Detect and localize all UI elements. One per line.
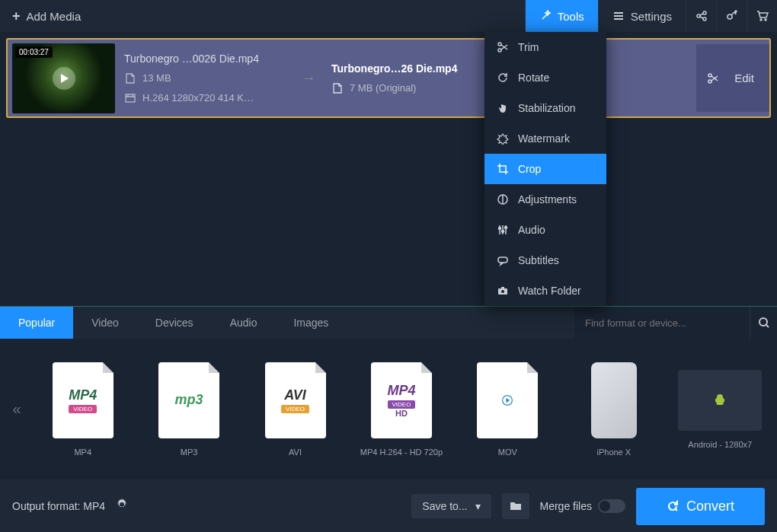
format-label: AVI: [245, 448, 346, 457]
hand-icon: [497, 102, 509, 114]
menu-item-watermark[interactable]: Watermark: [484, 123, 606, 154]
refresh-icon: [667, 500, 679, 512]
menu-item-rotate[interactable]: Rotate: [484, 62, 606, 93]
settings-label: Settings: [631, 10, 672, 23]
menu-label: Audio: [518, 224, 545, 236]
save-to-label: Save to...: [422, 500, 467, 512]
output-settings-button[interactable]: [116, 499, 128, 514]
convert-label: Convert: [686, 499, 734, 514]
cart-icon: [756, 10, 769, 22]
crop-icon: [497, 163, 509, 175]
format-label: Android - 1280x7: [670, 440, 771, 449]
menu-label: Trim: [518, 41, 539, 53]
tab-video[interactable]: Video: [73, 307, 137, 339]
share-button[interactable]: [686, 0, 716, 32]
merge-label: Merge files: [540, 500, 592, 512]
source-codec: H.264 1280x720 414 K…: [142, 92, 254, 104]
svg-point-2: [703, 18, 706, 21]
edit-button[interactable]: Edit: [734, 72, 754, 84]
play-icon[interactable]: [53, 67, 75, 90]
svg-point-12: [499, 228, 501, 230]
menu-item-adjustments[interactable]: Adjustments: [484, 184, 606, 215]
cart-button[interactable]: [747, 0, 777, 32]
chevron-down-icon: ▾: [475, 500, 481, 512]
tab-images[interactable]: Images: [275, 307, 347, 339]
menu-label: Watch Folder: [518, 285, 581, 297]
adjustments-icon: [497, 193, 509, 205]
settings-button[interactable]: Settings: [598, 0, 686, 32]
svg-point-10: [498, 49, 501, 52]
tools-dropdown-menu: Trim Rotate Stabilization Watermark Crop…: [484, 32, 606, 306]
folder-icon: [510, 500, 522, 512]
output-size: 7 MB (Original): [350, 82, 416, 94]
add-media-button[interactable]: + Add Media: [0, 0, 93, 32]
format-label: MP3: [138, 448, 239, 457]
rotate-icon: [497, 72, 509, 84]
menu-label: Watermark: [518, 132, 570, 145]
format-iphone-x[interactable]: iPhone X: [563, 362, 664, 457]
file-icon: [124, 72, 136, 84]
menu-item-stabilization[interactable]: Stabilization: [484, 93, 606, 123]
save-to-dropdown[interactable]: Save to... ▾: [411, 494, 491, 518]
share-icon: [695, 10, 708, 22]
format-mp4[interactable]: MP4VIDEO MP4: [32, 362, 133, 457]
tab-devices[interactable]: Devices: [137, 307, 212, 339]
menu-icon: [612, 10, 625, 22]
menu-item-subtitles[interactable]: Subtitles: [484, 245, 606, 276]
svg-point-3: [727, 14, 732, 19]
search-button[interactable]: [750, 307, 777, 339]
format-label: MOV: [457, 448, 558, 457]
svg-rect-15: [498, 257, 507, 263]
svg-point-0: [697, 14, 700, 18]
menu-item-crop[interactable]: Crop: [484, 154, 606, 184]
open-folder-button[interactable]: [502, 493, 529, 519]
subtitles-icon: [497, 254, 509, 266]
prev-formats-button[interactable]: «: [6, 379, 27, 440]
svg-point-13: [502, 231, 504, 233]
svg-point-7: [708, 74, 711, 77]
key-button[interactable]: [716, 0, 747, 32]
toggle-switch[interactable]: [598, 499, 625, 513]
source-size: 13 MB: [142, 72, 171, 84]
format-mov[interactable]: MOV: [457, 362, 558, 457]
svg-point-17: [501, 290, 504, 293]
menu-label: Crop: [518, 163, 541, 175]
key-icon: [726, 10, 738, 22]
media-item[interactable]: 00:03:27 Turbonegro …0026 Die.mp4 13 MB …: [6, 38, 771, 118]
format-avi[interactable]: AVIVIDEO AVI: [245, 362, 346, 457]
tools-label: Tools: [558, 10, 584, 23]
convert-button[interactable]: Convert: [636, 488, 765, 525]
output-format-label: Output format: MP4: [12, 500, 105, 512]
tab-popular[interactable]: Popular: [0, 307, 73, 339]
arrow-icon: →: [301, 69, 322, 87]
menu-item-trim[interactable]: Trim: [484, 32, 606, 62]
add-media-label: Add Media: [27, 10, 82, 23]
format-mp3[interactable]: mp3 MP3: [138, 362, 239, 457]
menu-label: Adjustments: [518, 193, 577, 205]
merge-files-toggle[interactable]: Merge files: [540, 499, 625, 513]
source-filename: Turbonegro …0026 Die.mp4: [124, 53, 292, 65]
svg-point-9: [498, 43, 501, 46]
menu-label: Rotate: [518, 72, 549, 84]
scissors-icon[interactable]: [707, 72, 719, 84]
tab-audio[interactable]: Audio: [212, 307, 276, 339]
search-input[interactable]: [585, 317, 739, 329]
format-search[interactable]: [574, 307, 750, 339]
menu-item-audio[interactable]: Audio: [484, 215, 606, 245]
svg-point-5: [765, 19, 766, 21]
menu-item-watch-folder[interactable]: Watch Folder: [484, 276, 606, 306]
sliders-icon: [497, 224, 509, 236]
format-mp4-hd[interactable]: MP4VIDEOHD MP4 H.264 - HD 720p: [350, 362, 452, 457]
output-filename: Turbonegro…26 Die.mp4: [331, 62, 468, 75]
video-thumbnail[interactable]: 00:03:27: [12, 43, 115, 113]
svg-point-4: [760, 19, 762, 21]
watermark-icon: [497, 132, 509, 145]
tools-button[interactable]: Tools: [525, 0, 598, 32]
svg-point-19: [759, 318, 767, 326]
menu-label: Stabilization: [518, 102, 576, 114]
format-android[interactable]: Android - 1280x7: [670, 370, 771, 449]
plus-icon: +: [12, 8, 21, 24]
svg-point-14: [505, 227, 507, 229]
scissors-icon: [497, 41, 509, 53]
codec-icon: [124, 92, 136, 104]
